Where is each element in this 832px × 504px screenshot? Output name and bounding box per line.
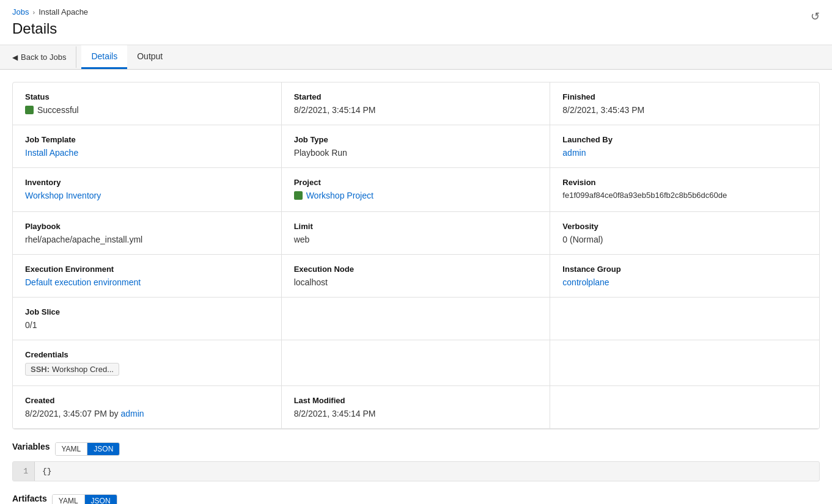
artifacts-label: Artifacts [12, 494, 47, 503]
status-dot-icon [25, 106, 34, 114]
inventory-label: Inventory [25, 178, 269, 187]
job-template-link[interactable]: Install Apache [25, 148, 78, 158]
limit-value: web [294, 235, 538, 244]
variables-code-content: {} [35, 462, 819, 481]
launched-by-link[interactable]: admin [562, 148, 586, 158]
finished-label: Finished [562, 92, 807, 101]
started-label: Started [294, 92, 538, 101]
limit-label: Limit [294, 222, 538, 231]
verbosity-label: Verbosity [562, 222, 807, 231]
tab-details[interactable]: Details [81, 45, 127, 69]
created-value: 8/2/2021, 3:45:07 PM by admin [25, 409, 269, 418]
tab-output[interactable]: Output [127, 45, 172, 69]
empty-cell-4 [550, 340, 819, 386]
limit-cell: Limit web [282, 212, 551, 255]
last-modified-label: Last Modified [294, 396, 538, 405]
launched-by-label: Launched By [562, 135, 807, 144]
job-template-cell: Job Template Install Apache [13, 125, 282, 168]
job-slice-label: Job Slice [25, 307, 269, 316]
last-modified-cell: Last Modified 8/2/2021, 3:45:14 PM [282, 386, 551, 429]
artifacts-header-row: Artifacts YAML JSON [12, 494, 820, 504]
artifacts-toggle-group: YAML JSON [52, 494, 117, 504]
exec-env-link[interactable]: Default execution environment [25, 277, 141, 287]
tab-bar: ◀ Back to Jobs Details Output [0, 45, 832, 70]
playbook-label: Playbook [25, 222, 269, 231]
playbook-cell: Playbook rhel/apache/apache_install.yml [13, 212, 282, 255]
job-template-label: Job Template [25, 135, 269, 144]
status-cell: Status Successful [13, 82, 282, 125]
artifacts-yaml-button[interactable]: YAML [53, 495, 85, 504]
artifacts-json-button[interactable]: JSON [85, 495, 117, 504]
playbook-value: rhel/apache/apache_install.yml [25, 235, 269, 244]
project-dot-icon [294, 191, 303, 200]
instance-group-cell: Instance Group controlplane [550, 255, 819, 298]
revision-value: fe1f099af84ce0f8a93eb5b16fb2c8b5b6dc60de [562, 191, 807, 200]
instance-group-value: controlplane [562, 277, 807, 287]
breadcrumb: Jobs › Install Apache [12, 7, 820, 16]
job-slice-value: 0/1 [25, 320, 269, 330]
variables-yaml-button[interactable]: YAML [56, 443, 88, 455]
created-cell: Created 8/2/2021, 3:45:07 PM by admin [13, 386, 282, 429]
exec-node-label: Execution Node [294, 265, 538, 274]
inventory-cell: Inventory Workshop Inventory [13, 168, 282, 212]
job-slice-cell: Job Slice 0/1 [13, 298, 282, 340]
created-by-link[interactable]: admin [120, 409, 144, 418]
breadcrumb-jobs-link[interactable]: Jobs [12, 7, 29, 16]
back-to-jobs-link[interactable]: ◀ Back to Jobs [12, 46, 76, 68]
finished-cell: Finished 8/2/2021, 3:45:43 PM [550, 82, 819, 125]
empty-cell-3 [282, 340, 551, 386]
ssh-prefix: SSH: [31, 365, 50, 374]
variables-line-numbers: 1 [13, 462, 35, 481]
created-text: 8/2/2021, 3:45:07 PM by [25, 409, 120, 418]
instance-group-link[interactable]: controlplane [562, 277, 609, 287]
job-type-cell: Job Type Playbook Run [282, 125, 551, 168]
exec-node-value: localhost [294, 277, 538, 287]
status-value: Successful [25, 105, 269, 115]
finished-value: 8/2/2021, 3:45:43 PM [562, 105, 807, 115]
credentials-label: Credentials [25, 350, 269, 359]
empty-cell-5 [550, 386, 819, 429]
started-value: 8/2/2021, 3:45:14 PM [294, 105, 538, 115]
project-value: Workshop Project [294, 191, 374, 200]
variables-section: Variables YAML JSON 1 {} [12, 442, 820, 481]
launched-by-value: admin [562, 148, 807, 158]
breadcrumb-separator: › [32, 9, 35, 16]
job-type-label: Job Type [294, 135, 538, 144]
inventory-value: Workshop Inventory [25, 191, 269, 200]
project-cell: Project Workshop Project [282, 168, 551, 212]
page-title: Details [12, 20, 820, 37]
variables-line-number-1: 1 [19, 467, 28, 476]
job-template-value: Install Apache [25, 148, 269, 158]
verbosity-value: 0 (Normal) [562, 235, 807, 244]
credential-name: Workshop Cred... [52, 365, 114, 374]
verbosity-cell: Verbosity 0 (Normal) [550, 212, 819, 255]
credentials-value: SSH: Workshop Cred... [25, 363, 269, 376]
exec-env-value: Default execution environment [25, 277, 269, 287]
ssh-credential-badge: SSH: Workshop Cred... [25, 363, 119, 376]
back-arrow-icon: ◀ [12, 53, 18, 62]
job-type-value: Playbook Run [294, 148, 538, 158]
revision-cell: Revision fe1f099af84ce0f8a93eb5b16fb2c8b… [550, 168, 819, 212]
artifacts-section: Artifacts YAML JSON 1 {} [12, 494, 820, 504]
inventory-link[interactable]: Workshop Inventory [25, 191, 101, 200]
revision-label: Revision [562, 178, 807, 187]
empty-cell-2 [550, 298, 819, 340]
variables-content-text: {} [42, 467, 52, 476]
back-to-jobs-label: Back to Jobs [21, 53, 66, 62]
main-content: Status Successful Started 8/2/2021, 3:45… [0, 70, 832, 504]
details-grid: Status Successful Started 8/2/2021, 3:45… [12, 82, 820, 429]
variables-toggle-group: YAML JSON [55, 442, 120, 456]
last-modified-value: 8/2/2021, 3:45:14 PM [294, 409, 538, 418]
variables-label: Variables [12, 442, 50, 451]
project-link[interactable]: Workshop Project [306, 191, 374, 200]
instance-group-label: Instance Group [562, 265, 807, 274]
variables-header-row: Variables YAML JSON [12, 442, 820, 456]
variables-json-button[interactable]: JSON [87, 443, 119, 455]
exec-env-label: Execution Environment [25, 265, 269, 274]
status-label: Status [25, 92, 269, 101]
launched-by-cell: Launched By admin [550, 125, 819, 168]
credentials-cell: Credentials SSH: Workshop Cred... [13, 340, 282, 386]
variables-code-block: 1 {} [12, 461, 820, 481]
breadcrumb-current: Install Apache [39, 7, 88, 16]
history-icon[interactable]: ↺ [811, 10, 820, 23]
